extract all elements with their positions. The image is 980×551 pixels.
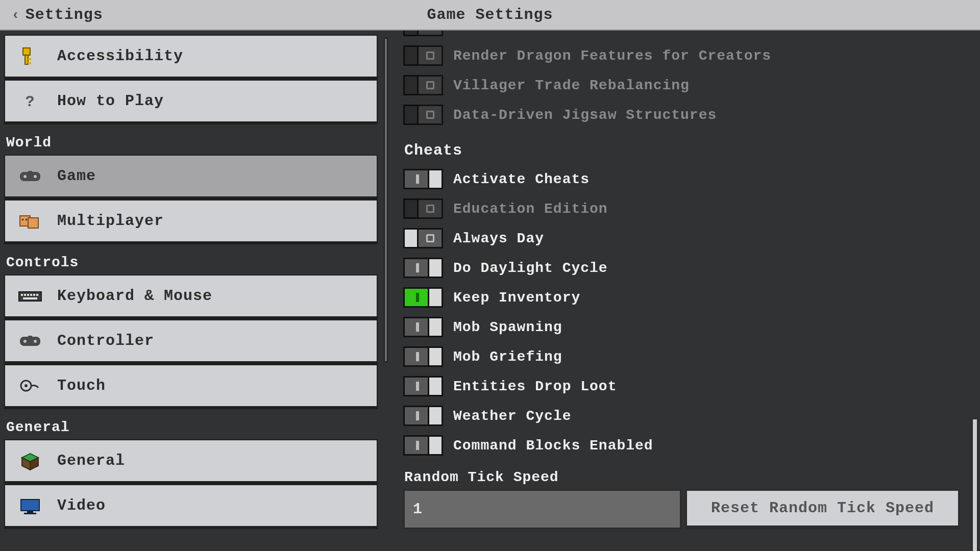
- setting-label: Keep Inventory: [453, 290, 580, 306]
- sidebar-section-title: World: [6, 135, 384, 151]
- toggle-item: [403, 45, 443, 66]
- sidebar-item-label: Video: [57, 497, 106, 514]
- sidebar-item-label: Keyboard & Mouse: [57, 287, 212, 305]
- setting-row-weather_cycle: Weather Cycle: [403, 401, 980, 431]
- sidebar-section-title: Controls: [6, 255, 384, 270]
- setting-row: Data-Driven Jigsaw Structures: [403, 100, 980, 130]
- sidebar-item-general[interactable]: General: [4, 439, 378, 484]
- setting-label: Education Edition: [453, 201, 608, 217]
- sidebar-item-label: General: [57, 452, 125, 469]
- tick-speed-input[interactable]: 1: [403, 489, 681, 529]
- setting-label: Data-Driven Jigsaw Structures: [453, 107, 717, 123]
- monitor-icon: [16, 495, 44, 516]
- sidebar-item-label: Touch: [57, 377, 106, 394]
- sidebar-item-accessibility[interactable]: Accessibility: [4, 35, 378, 80]
- gamepad-icon: [16, 166, 44, 186]
- main-panel: Render Dragon Features for Creators Vill…: [388, 31, 980, 551]
- setting-label: Mob Griefing: [453, 349, 562, 365]
- help-icon: [16, 91, 44, 111]
- setting-label: Command Blocks Enabled: [453, 438, 653, 454]
- key-icon: [16, 46, 44, 66]
- setting-row-mob_griefing: Mob Griefing: [403, 342, 980, 371]
- setting-row: Render Dragon Features for Creators: [403, 41, 980, 70]
- toggle-activate_cheats[interactable]: [403, 169, 443, 189]
- toggle-item: [403, 75, 443, 95]
- chevron-left-icon: ‹: [11, 7, 20, 23]
- setting-row-entities_drop_loot: Entities Drop Loot: [403, 371, 980, 401]
- sidebar-item-keyboard-mouse[interactable]: Keyboard & Mouse: [4, 274, 378, 319]
- sidebar-item-controller[interactable]: Controller: [4, 319, 378, 364]
- setting-row-education_edition: Education Edition: [403, 194, 980, 223]
- setting-row-keep_inventory: Keep Inventory: [403, 283, 980, 312]
- sidebar-item-multiplayer[interactable]: Multiplayer: [4, 199, 378, 244]
- page-title: Game Settings: [0, 6, 980, 23]
- toggle-always_day[interactable]: [403, 228, 443, 248]
- sidebar-item-label: Controller: [57, 332, 154, 349]
- toggle-item: [403, 31, 443, 36]
- main-scrollbar[interactable]: [972, 418, 978, 551]
- touch-icon: [16, 375, 44, 396]
- sidebar-section-title: General: [6, 419, 384, 435]
- back-label: Settings: [26, 6, 103, 23]
- toggle-item: [403, 105, 443, 125]
- back-button[interactable]: ‹ Settings: [0, 6, 114, 23]
- setting-label: Villager Trade Rebalancing: [453, 78, 690, 93]
- setting-row-activate_cheats: Activate Cheats: [403, 164, 980, 194]
- sidebar-item-label: Multiplayer: [57, 212, 164, 230]
- sidebar-item-label: Accessibility: [57, 47, 183, 65]
- toggle-education_edition: [403, 198, 443, 219]
- sidebar-item-video[interactable]: Video: [4, 484, 378, 529]
- header: ‹ Settings Game Settings: [0, 0, 980, 31]
- section-cheats: Cheats: [404, 142, 980, 159]
- setting-row-mob_spawning: Mob Spawning: [403, 312, 980, 342]
- tick-speed-label: Random Tick Speed: [404, 469, 980, 485]
- setting-label: Activate Cheats: [453, 171, 590, 187]
- setting-row: Villager Trade Rebalancing: [403, 70, 980, 100]
- toggle-entities_drop_loot[interactable]: [403, 376, 443, 396]
- toggle-do_daylight_cycle[interactable]: [403, 258, 443, 278]
- setting-label: Weather Cycle: [453, 408, 571, 424]
- reset-tick-speed-button[interactable]: Reset Random Tick Speed: [685, 489, 960, 529]
- setting-label: Render Dragon Features for Creators: [453, 48, 771, 64]
- sidebar: Accessibility How to Play World Game Mul…: [0, 31, 388, 551]
- sidebar-item-label: How to Play: [57, 92, 164, 110]
- setting-label: Mob Spawning: [453, 319, 562, 335]
- gamepad-icon: [16, 331, 44, 351]
- toggle-weather_cycle[interactable]: [403, 406, 443, 426]
- setting-row-do_daylight_cycle: Do Daylight Cycle: [403, 253, 980, 283]
- sidebar-item-game[interactable]: Game: [4, 155, 378, 199]
- toggle-command_blocks_enabled[interactable]: [403, 435, 443, 456]
- sidebar-item-touch[interactable]: Touch: [4, 364, 378, 409]
- toggle-mob_spawning[interactable]: [403, 317, 443, 337]
- setting-label: Always Day: [453, 231, 544, 246]
- setting-row-always_day: Always Day: [403, 223, 980, 253]
- sidebar-scrollbar[interactable]: [384, 38, 388, 362]
- setting-row-command_blocks_enabled: Command Blocks Enabled: [403, 431, 980, 460]
- sidebar-item-how-to-play[interactable]: How to Play: [4, 80, 378, 124]
- setting-label: Entities Drop Loot: [453, 379, 617, 394]
- cube-icon: [16, 450, 44, 471]
- faces-icon: [16, 211, 44, 231]
- toggle-keep_inventory[interactable]: [403, 287, 443, 308]
- keyboard-icon: [16, 286, 44, 306]
- setting-label: Do Daylight Cycle: [453, 260, 608, 276]
- sidebar-item-label: Game: [57, 167, 96, 185]
- toggle-mob_griefing[interactable]: [403, 346, 443, 367]
